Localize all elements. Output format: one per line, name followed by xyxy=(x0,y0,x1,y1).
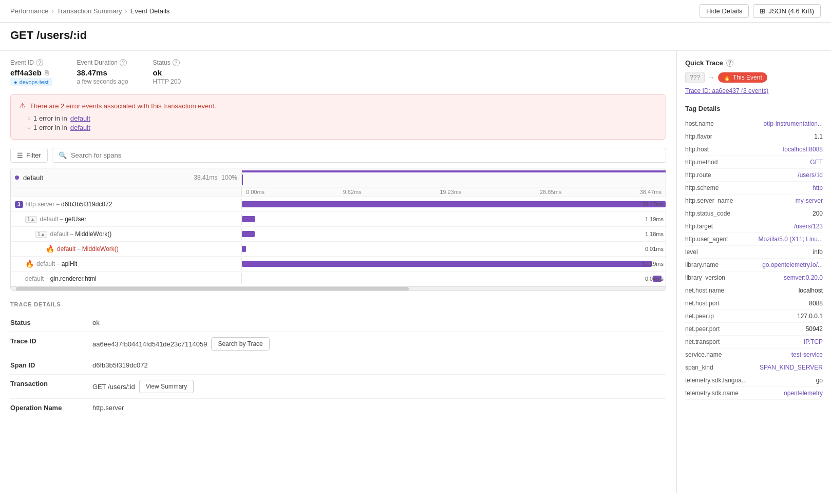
tag-value[interactable]: info xyxy=(813,248,823,256)
tag-value[interactable]: Mozilla/5.0 (X11; Linu... xyxy=(759,236,823,243)
tag-value[interactable]: my-server xyxy=(796,197,823,204)
tag-value[interactable]: 8088 xyxy=(809,300,823,307)
tag-value[interactable]: IP.TCP xyxy=(804,338,823,345)
search-spans-input[interactable] xyxy=(71,151,659,159)
event-duration-sub: a few seconds ago xyxy=(77,78,128,85)
tag-value[interactable]: GET xyxy=(810,159,823,166)
json-button[interactable]: ⊞ JSON (4.6 KiB) xyxy=(753,4,821,18)
tag-value[interactable]: 127.0.0.1 xyxy=(797,313,823,320)
breadcrumb-performance[interactable]: Performance xyxy=(10,7,48,15)
tag-row: http.status_code200 xyxy=(685,207,823,220)
quick-trace-section: Quick Trace ? ??? → 🔥 This Event Trace I… xyxy=(685,59,823,94)
tag-key: telemetry.sdk.name xyxy=(685,390,739,397)
tag-key: http.host xyxy=(685,146,709,153)
tag-key: http.method xyxy=(685,159,717,166)
event-duration-label: Event Duration xyxy=(77,59,118,66)
tag-row: http.schemehttp xyxy=(685,182,823,195)
header-span-name: default xyxy=(23,174,43,182)
tag-row: http.methodGET xyxy=(685,156,823,169)
tag-value[interactable]: localhost xyxy=(799,287,823,294)
tag-row: http.target/users/123 xyxy=(685,220,823,233)
tag-key: net.transport xyxy=(685,338,720,345)
detail-row-trace-id: Trace ID aa6ee437fb04414fd541de23c711405… xyxy=(10,332,666,356)
tag-value[interactable]: 1.1 xyxy=(814,133,823,140)
span-row-middleware2[interactable]: 🔥 default–MiddleWork() 0.01ms xyxy=(11,242,666,257)
tag-value[interactable]: semver:0.20.0 xyxy=(784,274,823,281)
breadcrumb-sep-2: › xyxy=(125,7,127,15)
meta-event-id: Event ID ? eff4a3eb ⎘ ● devops-test xyxy=(10,59,52,86)
expand-icon-1[interactable]: 1▲ xyxy=(25,216,37,223)
tag-details-title: Tag Details xyxy=(685,105,823,112)
breadcrumb-transaction-summary[interactable]: Transaction Summary xyxy=(57,7,122,15)
tag-value[interactable]: go xyxy=(816,377,823,384)
span-row-apihit[interactable]: 🔥 default–apiHit 37.19ms xyxy=(11,257,666,272)
tag-value[interactable]: localhost:8088 xyxy=(783,146,823,153)
tag-value[interactable]: opentelemetry xyxy=(784,390,823,397)
tag-value[interactable]: 200 xyxy=(813,210,823,217)
detail-label-span-id: Span ID xyxy=(10,361,92,369)
tick-3: 28.85ms xyxy=(540,189,561,195)
event-id-help-icon[interactable]: ? xyxy=(36,59,43,66)
tag-value[interactable]: SPAN_KIND_SERVER xyxy=(760,364,823,371)
hide-details-button[interactable]: Hide Details xyxy=(700,4,749,18)
detail-label-transaction: Transaction xyxy=(10,380,92,387)
search-spans-container: 🔍 xyxy=(52,148,666,163)
span-row-getuser[interactable]: 1▲ default–getUser 1.19ms xyxy=(11,212,666,227)
project-chip[interactable]: ● devops-test xyxy=(10,78,52,86)
event-duration-help-icon[interactable]: ? xyxy=(120,59,127,66)
expand-icon-2[interactable]: 1▲ xyxy=(35,231,47,238)
search-icon: 🔍 xyxy=(59,151,67,159)
spans-container: default 38.41ms 100% 0.00ms 9.62ms xyxy=(10,168,666,291)
tag-key: http.user_agent xyxy=(685,236,728,243)
view-summary-button[interactable]: View Summary xyxy=(139,380,194,393)
event-id-value: eff4a3eb xyxy=(10,68,42,77)
error-link-2[interactable]: default xyxy=(70,124,90,131)
tag-row: http.server_namemy-server xyxy=(685,195,823,207)
scrollbar-thumb[interactable] xyxy=(16,287,409,291)
event-duration-value: 38.47ms xyxy=(77,68,107,77)
span-bar-middleware2 xyxy=(242,246,246,252)
span-row-gin[interactable]: default–gin.renderer.html 0.04ms xyxy=(11,272,666,286)
tag-key: span_kind xyxy=(685,364,713,371)
tag-value[interactable]: go.opentelemetry.io/... xyxy=(762,261,823,268)
tick-0: 0.00ms xyxy=(246,189,265,195)
tag-value[interactable]: http xyxy=(813,184,823,191)
search-by-trace-button[interactable]: Search by Trace xyxy=(211,337,269,351)
tag-row: net.host.namelocalhost xyxy=(685,284,823,297)
tag-value[interactable]: otlp-instrumentation... xyxy=(764,120,823,127)
tag-row: span_kindSPAN_KIND_SERVER xyxy=(685,361,823,374)
scrollbar[interactable] xyxy=(11,286,666,290)
span-header-row: default 38.41ms 100% xyxy=(11,168,666,187)
breadcrumb: Performance › Transaction Summary › Even… xyxy=(10,7,169,15)
event-id-label: Event ID xyxy=(10,59,34,66)
trace-id-link[interactable]: Trace ID: aa6ee437 (3 events) xyxy=(685,87,823,94)
breadcrumb-sep-1: › xyxy=(51,7,53,15)
main-layout: Event ID ? eff4a3eb ⎘ ● devops-test Even… xyxy=(0,51,831,493)
right-panel: Quick Trace ? ??? → 🔥 This Event Trace I… xyxy=(677,51,831,493)
timeline-ticks: 0.00ms 9.62ms 19.23ms 28.85ms 38.47ms xyxy=(11,187,666,197)
top-actions: Hide Details ⊞ JSON (4.6 KiB) xyxy=(700,4,821,18)
tag-row: http.route/users/:id xyxy=(685,169,823,182)
tag-key: net.host.name xyxy=(685,287,724,294)
tag-key: level xyxy=(685,248,698,256)
tag-key: host.name xyxy=(685,120,714,127)
tag-rows: host.nameotlp-instrumentation...http.fla… xyxy=(685,118,823,400)
quick-trace-help-icon[interactable]: ? xyxy=(726,60,733,67)
header-duration: 38.41ms xyxy=(194,174,217,181)
filter-button[interactable]: ☰ Filter xyxy=(10,148,48,163)
tag-value[interactable]: 50942 xyxy=(806,325,823,333)
tag-row: host.nameotlp-instrumentation... xyxy=(685,118,823,130)
tag-value[interactable]: /users/:id xyxy=(798,171,823,179)
span-row-middleware1[interactable]: 1▲ default–MiddleWork() 1.18ms xyxy=(11,227,666,242)
error-link-1[interactable]: default xyxy=(70,114,90,122)
trace-flow: ??? → 🔥 This Event xyxy=(685,72,823,83)
error-banner: ⚠ There are 2 error events associated wi… xyxy=(10,94,666,140)
detail-row-operation: Operation Name http.server xyxy=(10,399,666,417)
tag-value[interactable]: /users/123 xyxy=(794,223,823,230)
detail-label-trace-id: Trace ID xyxy=(10,337,92,345)
tag-value[interactable]: test-service xyxy=(791,351,823,358)
trace-current-node[interactable]: 🔥 This Event xyxy=(718,72,767,83)
copy-icon[interactable]: ⎘ xyxy=(45,69,48,76)
status-help-icon[interactable]: ? xyxy=(173,59,180,66)
span-row-root[interactable]: 3 http.server–d6fb3b5f319dc072 38.47ms xyxy=(11,197,666,212)
